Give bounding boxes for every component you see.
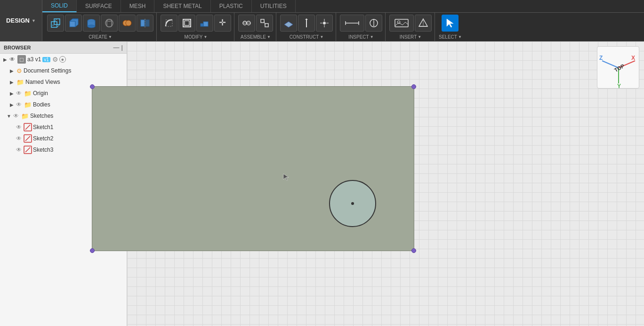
assemble-label[interactable]: ASSEMBLE ▼ (241, 34, 271, 41)
create-icons: + (47, 13, 153, 32)
tree-version-badge: v1 (42, 57, 50, 62)
btn-joint[interactable] (238, 15, 255, 32)
insert-label[interactable]: INSERT ▼ (400, 34, 421, 41)
btn-insert-mesh[interactable] (415, 15, 432, 32)
create-label[interactable]: CREATE ▼ (89, 34, 112, 41)
svg-text:Z: Z (599, 55, 603, 61)
svg-rect-21 (203, 22, 208, 26)
insert-icons (389, 13, 432, 32)
canvas-area[interactable]: X Y Z TOP (127, 41, 644, 326)
tree-label-bodies: Bodies (33, 101, 50, 108)
browser-header: BROWSER — | (0, 41, 127, 54)
group-modify: ✛ MODIFY ▼ (158, 13, 234, 41)
tree-eye-origin: 👁 (16, 90, 22, 97)
tree-gear-doc: ⚙ (16, 67, 22, 74)
shape-container (92, 86, 414, 251)
btn-hole[interactable] (101, 15, 118, 32)
btn-plane[interactable] (280, 15, 297, 32)
sketch-icon-sketch1 (24, 123, 32, 131)
select-label[interactable]: SELECT ▼ (439, 34, 462, 41)
tree-box-a3v1: □ (17, 55, 26, 64)
btn-point[interactable] (316, 15, 333, 32)
btn-select[interactable] (442, 15, 459, 32)
inspect-label[interactable]: INSPECT ▼ (348, 34, 373, 41)
btn-combine[interactable] (119, 15, 136, 32)
svg-text:✛: ✛ (219, 18, 226, 27)
group-create: + (44, 13, 157, 41)
tree-item-doc-settings[interactable]: ▶ ⚙ Document Settings (0, 65, 127, 76)
btn-revolve[interactable] (83, 15, 100, 32)
svg-text:+: + (52, 23, 54, 27)
tab-sheet-metal[interactable]: SHEET METAL (154, 0, 210, 12)
btn-axis[interactable] (298, 15, 315, 32)
group-inspect: INSPECT ▼ (337, 13, 386, 41)
handle-top-right[interactable] (411, 84, 416, 89)
axis-box: X Y Z TOP (597, 46, 639, 89)
svg-rect-5 (70, 21, 75, 27)
tab-utilities[interactable]: UTILITIES (252, 0, 296, 12)
btn-rigid-group[interactable] (256, 15, 273, 32)
browser-collapse-icon[interactable]: — (113, 44, 120, 51)
tree-eye-sketch1: 👁 (16, 124, 22, 130)
tree-label-sketch2: Sketch2 (33, 135, 53, 142)
svg-point-14 (126, 20, 131, 26)
svg-rect-16 (145, 20, 149, 26)
btn-insert-image[interactable] (389, 15, 414, 32)
btn-scale[interactable] (196, 15, 213, 32)
tree-arrow-sketches: ▼ (6, 114, 12, 119)
svg-marker-32 (305, 18, 308, 20)
handle-top-left[interactable] (90, 84, 95, 89)
svg-rect-28 (265, 24, 268, 27)
btn-section[interactable] (365, 15, 382, 32)
circle-center-dot (351, 202, 354, 205)
tab-surface[interactable]: SURFACE (77, 0, 121, 12)
toolbar: DESIGN ▼ SOLID SURFACE MESH SHEET METAL … (0, 0, 644, 41)
btn-measure[interactable] (340, 15, 364, 32)
svg-line-2 (54, 19, 57, 22)
tree-icon-a3v1: 👁 (9, 56, 15, 63)
construct-label[interactable]: CONSTRUCT ▼ (290, 34, 324, 41)
design-button[interactable]: DESIGN ▼ (0, 0, 42, 41)
design-label: DESIGN (6, 17, 30, 24)
btn-mirror[interactable] (137, 15, 153, 32)
svg-marker-30 (284, 22, 293, 27)
svg-text:X: X (631, 55, 635, 61)
svg-text:Y: Y (617, 83, 621, 89)
group-construct: CONSTRUCT ▼ (277, 13, 336, 41)
handle-bottom-right[interactable] (411, 248, 416, 253)
svg-line-52 (25, 136, 30, 141)
group-select: SELECT ▼ (436, 13, 465, 41)
tree-label-sketch1: Sketch1 (33, 124, 53, 130)
btn-fillet[interactable] (161, 15, 177, 32)
modify-label[interactable]: MODIFY ▼ (185, 34, 208, 41)
svg-line-54 (25, 147, 30, 152)
svg-point-10 (88, 25, 95, 28)
modify-icons: ✛ (161, 13, 231, 32)
btn-box[interactable] (65, 15, 82, 32)
axis-cube-svg: X Y Z TOP (597, 47, 640, 89)
tree-eye-sketch2: 👁 (16, 135, 22, 142)
shape-circle (329, 180, 376, 227)
btn-combine2[interactable]: ✛ (214, 15, 231, 32)
tree-settings-a3v1[interactable]: ⚙ (52, 56, 58, 63)
svg-marker-48 (447, 19, 453, 27)
tree-info-a3v1[interactable]: ● (59, 56, 66, 63)
tab-plastic[interactable]: PLASTIC (211, 0, 252, 12)
tree-eye-sketches: 👁 (13, 113, 19, 119)
construct-icons (280, 13, 333, 32)
tree-folder-origin: 📁 (24, 90, 32, 97)
handle-bottom-left[interactable] (90, 248, 95, 253)
tree-folder-sketches: 📁 (21, 113, 29, 120)
svg-line-50 (25, 125, 30, 130)
tab-mesh[interactable]: MESH (121, 0, 155, 12)
btn-new-component[interactable]: + (47, 15, 64, 32)
tree-label-sketch3: Sketch3 (33, 147, 53, 153)
btn-shell[interactable] (178, 15, 195, 32)
axis-indicator[interactable]: X Y Z TOP (597, 46, 639, 89)
tab-solid[interactable]: SOLID (42, 0, 77, 12)
tree-item-a3v1[interactable]: ▶ 👁 □ a3 v1 v1 ⚙ ● (0, 54, 127, 65)
tree-folder-named-views: 📁 (16, 79, 24, 86)
select-icons (442, 13, 459, 32)
tree-arrow-a3v1: ▶ (2, 57, 8, 62)
browser-expand-icon[interactable]: | (121, 44, 123, 51)
